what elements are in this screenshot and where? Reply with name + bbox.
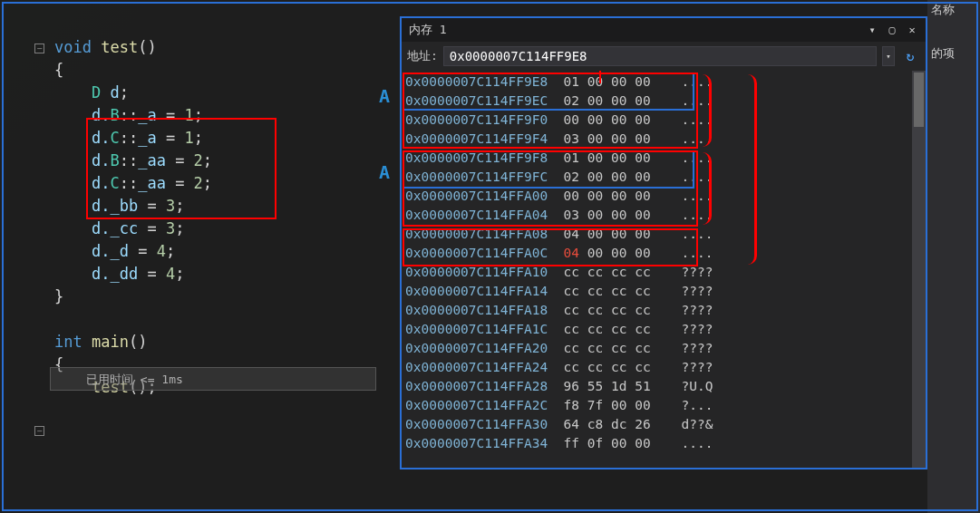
memory-row[interactable]: 0x0000007C114FF9F4 03 00 00 00 .... xyxy=(405,130,926,149)
code-line[interactable]: d.B::_aa = 2; xyxy=(0,150,399,172)
memory-bytes: 02 00 00 00 xyxy=(564,92,682,111)
memory-bytes: 02 00 00 00 xyxy=(564,168,682,187)
memory-row[interactable]: 0x0000007C114FFA0C 04 00 00 00 .... xyxy=(405,244,926,263)
memory-address: 0x0000007C114FF9EC xyxy=(405,92,564,111)
memory-address: 0x0000007C114FFA14 xyxy=(405,282,564,301)
brace-B xyxy=(703,74,712,147)
code-line[interactable]: void test() xyxy=(0,36,399,59)
code-line xyxy=(0,308,399,331)
memory-address: 0x0000007C114FFA10 xyxy=(405,263,564,282)
window-maximize-icon[interactable]: ▢ xyxy=(886,24,898,36)
window-dropdown-icon[interactable]: ▾ xyxy=(866,24,878,36)
memory-row[interactable]: 0x0000007C114FFA1C cc cc cc cc ???? xyxy=(405,320,926,339)
memory-row[interactable]: 0x0000007C114FFA24 cc cc cc cc ???? xyxy=(405,358,926,377)
memory-row[interactable]: 0x0000007C114FFA2C f8 7f 00 00 ?... xyxy=(405,396,926,415)
memory-row[interactable]: 0x0000007C114FFA28 96 55 1d 51 ?U.Q xyxy=(405,377,926,396)
memory-ascii: ???? xyxy=(682,358,713,377)
memory-ascii: ?... xyxy=(682,396,713,415)
memory-ascii: ?U.Q xyxy=(682,377,713,396)
memory-ascii: ???? xyxy=(682,339,713,358)
memory-window-title: 内存 1 xyxy=(409,22,447,38)
address-label: 地址: xyxy=(407,48,438,64)
scrollbar-thumb[interactable] xyxy=(914,73,924,127)
memory-address: 0x0000007C114FFA20 xyxy=(405,339,564,358)
memory-window[interactable]: 内存 1 ▾ ▢ ✕ 地址: ▾ ↻ 0x0000007C114FF9E8 01… xyxy=(400,16,927,469)
window-close-icon[interactable]: ✕ xyxy=(906,24,918,36)
memory-row[interactable]: 0x0000007C114FFA04 03 00 00 00 .... xyxy=(405,206,926,225)
code-line[interactable]: d._cc = 3; xyxy=(0,218,399,240)
memory-bytes: cc cc cc cc xyxy=(564,358,682,377)
memory-address-bar: 地址: ▾ ↻ xyxy=(402,42,926,71)
memory-address: 0x0000007C114FF9F4 xyxy=(405,130,564,149)
address-input[interactable] xyxy=(443,46,877,66)
memory-window-titlebar[interactable]: 内存 1 ▾ ▢ ✕ xyxy=(402,18,926,42)
address-dropdown-icon[interactable]: ▾ xyxy=(882,46,895,66)
memory-row[interactable]: 0x0000007C114FF9F8 01 00 00 00 .... xyxy=(405,149,926,168)
code-line[interactable]: d._d = 4; xyxy=(0,240,399,263)
fold-toggle-icon[interactable]: − xyxy=(34,426,44,436)
code-line[interactable]: d.B::_a = 1; xyxy=(0,104,399,127)
memory-address: 0x0000007C114FFA08 xyxy=(405,225,564,244)
memory-address: 0x0000007C114FFA18 xyxy=(405,301,564,320)
memory-bytes: cc cc cc cc xyxy=(564,339,682,358)
code-editor[interactable]: − − void test() { D d; d.B::_a = 1; d.C:… xyxy=(0,0,399,513)
code-line[interactable]: D d; xyxy=(0,82,399,104)
memory-row[interactable]: 0x0000007C114FFA34 ff 0f 00 00 .... xyxy=(405,434,926,453)
memory-address: 0x0000007C114FFA24 xyxy=(405,358,564,377)
code-line[interactable]: d._bb = 3; xyxy=(0,195,399,218)
memory-bytes: cc cc cc cc xyxy=(564,282,682,301)
memory-hex-view[interactable]: 0x0000007C114FF9E8 01 00 00 00 ....0x000… xyxy=(402,71,926,468)
memory-bytes: 04 00 00 00 xyxy=(564,244,682,263)
code-line[interactable]: d.C::_a = 1; xyxy=(0,127,399,150)
memory-address: 0x0000007C114FF9F0 xyxy=(405,111,564,130)
memory-row[interactable]: 0x0000007C114FFA14 cc cc cc cc ???? xyxy=(405,282,926,301)
memory-bytes: cc cc cc cc xyxy=(564,301,682,320)
memory-ascii: d??& xyxy=(682,415,713,434)
memory-address: 0x0000007C114FF9FC xyxy=(405,168,564,187)
memory-bytes: 64 c8 dc 26 xyxy=(564,415,682,434)
memory-bytes: 00 00 00 00 xyxy=(564,187,682,206)
fold-toggle-icon[interactable]: − xyxy=(34,44,44,53)
memory-address: 0x0000007C114FFA34 xyxy=(405,434,564,453)
memory-bytes: ff 0f 00 00 xyxy=(564,434,682,453)
memory-bytes: 04 00 00 00 xyxy=(564,225,682,244)
memory-address: 0x0000007C114FFA30 xyxy=(405,415,564,434)
memory-row[interactable]: 0x0000007C114FFA00 00 00 00 00 .... xyxy=(405,187,926,206)
memory-bytes: 00 00 00 00 xyxy=(564,111,682,130)
memory-ascii: .... xyxy=(682,244,713,263)
memory-row[interactable]: 0x0000007C114FFA10 cc cc cc cc ???? xyxy=(405,263,926,282)
memory-row[interactable]: 0x0000007C114FFA18 cc cc cc cc ???? xyxy=(405,301,926,320)
memory-address: 0x0000007C114FFA00 xyxy=(405,187,564,206)
memory-address: 0x0000007C114FF9E8 xyxy=(405,73,564,92)
code-line[interactable]: d._dd = 4; xyxy=(0,263,399,286)
memory-bytes: 03 00 00 00 xyxy=(564,206,682,225)
memory-bytes: 03 00 00 00 xyxy=(564,130,682,149)
memory-row[interactable]: 0x0000007C114FF9FC 02 00 00 00 .... xyxy=(405,168,926,187)
code-line[interactable]: d.C::_aa = 2; xyxy=(0,172,399,195)
memory-ascii: ???? xyxy=(682,320,713,339)
memory-row[interactable]: 0x0000007C114FF9E8 01 00 00 00 .... xyxy=(405,73,926,92)
refresh-icon[interactable]: ↻ xyxy=(900,46,920,66)
memory-row[interactable]: 0x0000007C114FFA30 64 c8 dc 26 d??& xyxy=(405,415,926,434)
right-panel-fragment: 名称 的项 xyxy=(927,0,980,513)
code-line[interactable]: } xyxy=(0,286,399,308)
code-line[interactable]: int main() xyxy=(0,331,399,353)
memory-row[interactable]: 0x0000007C114FF9F0 00 00 00 00 .... xyxy=(405,111,926,130)
memory-address: 0x0000007C114FFA04 xyxy=(405,206,564,225)
memory-row[interactable]: 0x0000007C114FF9EC 02 00 00 00 .... xyxy=(405,92,926,111)
annotation-letter-A: A xyxy=(379,85,390,107)
memory-bytes: 96 55 1d 51 xyxy=(564,377,682,396)
memory-address: 0x0000007C114FFA28 xyxy=(405,377,564,396)
memory-ascii: .... xyxy=(682,434,713,453)
memory-row[interactable]: 0x0000007C114FFA20 cc cc cc cc ???? xyxy=(405,339,926,358)
scrollbar[interactable] xyxy=(912,71,926,468)
memory-ascii: ???? xyxy=(682,263,713,282)
memory-address: 0x0000007C114FF9F8 xyxy=(405,149,564,168)
memory-row[interactable]: 0x0000007C114FFA08 04 00 00 00 .... xyxy=(405,225,926,244)
memory-ascii: ???? xyxy=(682,301,713,320)
code-line[interactable]: { xyxy=(0,59,399,82)
memory-bytes: 01 00 00 00 xyxy=(564,73,682,92)
memory-address: 0x0000007C114FFA1C xyxy=(405,320,564,339)
memory-bytes: cc cc cc cc xyxy=(564,263,682,282)
brace-C xyxy=(703,152,712,225)
